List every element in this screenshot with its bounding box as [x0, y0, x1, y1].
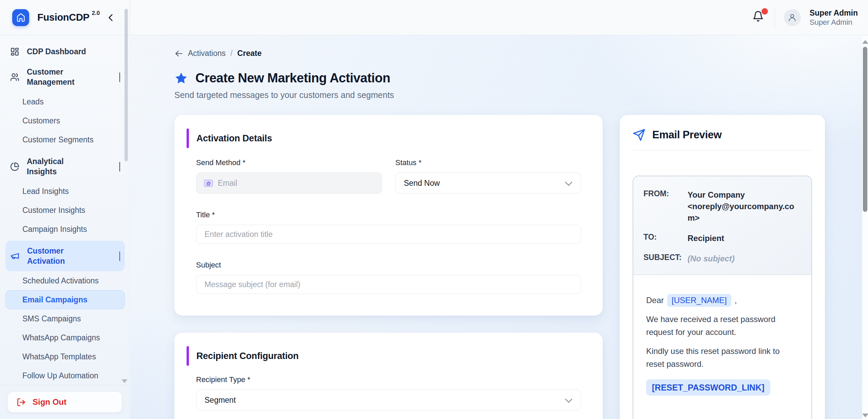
page-scrollbar [862, 36, 868, 419]
email-body: Dear [USER_NAME] , We have received a re… [633, 275, 811, 416]
card-heading-row: Activation Details [187, 128, 581, 148]
sidebar-item-campaign-insights[interactable]: Campaign Insights [5, 220, 125, 239]
subject-label: Subject [196, 261, 581, 270]
sidebar-subitem-label: Customer Insights [22, 205, 85, 215]
sidebar-item-follow-up-automation[interactable]: Follow Up Automation [5, 366, 125, 385]
page-scrollbar-thumb[interactable] [863, 47, 867, 212]
send-method-value: Email [218, 179, 237, 188]
megaphone-icon [10, 251, 20, 261]
star-icon [174, 72, 188, 85]
sidebar-subitem-label: SMS Campaigns [22, 314, 81, 324]
recipient-type-field: Recipient Type * Segment [196, 375, 581, 411]
send-method-input: @ Email [196, 173, 382, 194]
breadcrumb-separator: / [230, 49, 232, 58]
to-label: TO: [643, 233, 685, 244]
email-greeting: Dear [USER_NAME] , [646, 294, 798, 307]
sidebar-scrollbar-thumb[interactable] [124, 9, 128, 161]
form-column: Activation Details Send Method * @ Email [174, 115, 603, 419]
notifications-button[interactable] [752, 10, 766, 25]
email-emoji-icon: @ [204, 180, 213, 187]
recipient-type-label: Recipient Type * [196, 375, 581, 384]
user-info[interactable]: Super Admin Super Admin [810, 8, 858, 27]
sidebar-item-customer-management[interactable]: Customer Management [5, 62, 125, 92]
chevron-left-icon [107, 14, 114, 21]
to-value: Recipient [688, 233, 801, 244]
page-subtitle: Send targeted messages to your customers… [174, 90, 868, 100]
sign-out-label: Sign Out [33, 397, 66, 407]
sidebar-item-label: Customer Management [27, 67, 93, 87]
purple-accent-bar [187, 128, 189, 148]
user-name: Super Admin [810, 8, 858, 18]
send-method-label: Send Method * [196, 158, 382, 167]
send-method-field: Send Method * @ Email [196, 158, 382, 194]
sidebar-item-label: Analytical Insights [27, 156, 93, 177]
subject-meta-label: SUBJECT: [643, 253, 685, 264]
sidebar-item-label: CDP Dashboard [27, 46, 86, 57]
user-name-token: [USER_NAME] [667, 294, 731, 307]
breadcrumb: Activations / Create [174, 49, 868, 58]
chevron-down-icon [565, 179, 572, 186]
email-preview-heading: Email Preview [652, 129, 722, 141]
sidebar-item-sms-campaigns[interactable]: SMS Campaigns [5, 309, 125, 328]
sign-out-button[interactable]: Sign Out [7, 392, 122, 413]
sidebar-item-analytical-insights[interactable]: Analytical Insights [5, 151, 125, 182]
main-content: Activations / Create Create New Marketin… [130, 35, 868, 419]
subject-meta-value: (No subject) [688, 253, 801, 264]
recipient-type-select[interactable]: Segment [196, 390, 581, 411]
app-name: FusionCDP [37, 12, 90, 23]
status-field: Status * Send Now [396, 158, 581, 194]
sidebar-item-customer-insights[interactable]: Customer Insights [5, 201, 125, 220]
sidebar-item-email-campaigns[interactable]: Email Campaigns [5, 290, 125, 309]
from-value: Your Company <noreply@yourcompany.com> [688, 189, 801, 224]
sidebar-item-leads[interactable]: Leads [5, 92, 125, 111]
email-preview-card: Email Preview FROM: Your Company <norepl… [620, 115, 825, 419]
sidebar-item-customers[interactable]: Customers [5, 111, 125, 130]
avatar[interactable] [784, 9, 801, 26]
page-title-row: Create New Marketing Activation [174, 71, 868, 85]
user-icon [788, 13, 797, 22]
sidebar-subitem-label: Scheduled Activations [22, 276, 99, 286]
recipient-configuration-card: Recipient Configuration Recipient Type *… [174, 333, 603, 419]
sidebar-collapse-button[interactable] [107, 14, 114, 21]
app-version: 2.0 [92, 10, 100, 17]
email-meta: FROM: Your Company <noreply@yourcompany.… [633, 176, 811, 275]
user-role: Super Admin [810, 18, 858, 27]
status-label: Status * [396, 158, 581, 167]
sidebar-subitem-label: Leads [22, 97, 44, 107]
scroll-down-arrow[interactable] [862, 414, 868, 417]
notification-dot [761, 8, 768, 15]
sidebar-subitem-label: Follow Up Automation [22, 371, 98, 381]
app-logo[interactable] [12, 9, 29, 26]
sidebar-item-lead-insights[interactable]: Lead Insights [5, 182, 125, 201]
sidebar-nav: CDP Dashboard Customer Management Leads … [0, 35, 130, 385]
sidebar-item-whatsapp-campaigns[interactable]: WhatsApp Campaigns [5, 328, 125, 347]
sidebar-item-customer-segments[interactable]: Customer Segments [5, 130, 125, 149]
status-value: Send Now [404, 179, 440, 188]
sidebar-item-whatsapp-templates[interactable]: WhatsApp Templates [5, 347, 125, 366]
sidebar-item-customer-activation[interactable]: Customer Activation [5, 241, 125, 271]
greeting-prefix: Dear [646, 294, 664, 307]
sidebar-scroll-down-arrow[interactable] [121, 379, 128, 383]
home-icon [16, 13, 25, 22]
title-label: Title * [196, 211, 581, 219]
sidebar-subitem-label: Customers [22, 116, 60, 126]
status-select[interactable]: Send Now [396, 173, 581, 194]
subject-input[interactable] [196, 275, 581, 294]
chevron-up-icon [119, 161, 120, 172]
subject-field: Subject [196, 261, 581, 294]
email-preview-heading-row: Email Preview [633, 128, 812, 141]
sidebar-item-scheduled-activations[interactable]: Scheduled Activations [5, 271, 125, 290]
page-title: Create New Marketing Activation [195, 71, 390, 85]
back-arrow-icon[interactable] [174, 50, 183, 57]
email-body-line1: We have received a reset password reques… [646, 313, 798, 339]
title-input[interactable] [196, 225, 581, 244]
scroll-up-arrow[interactable] [862, 40, 868, 44]
sidebar-item-label: Customer Activation [27, 246, 93, 266]
sidebar: FusionCDP 2.0 CDP Dashboard Customer Man… [0, 0, 130, 419]
sidebar-subitem-label: Email Campaigns [22, 295, 88, 305]
sidebar-subitem-label: Lead Insights [22, 186, 69, 196]
sidebar-subitem-label: Campaign Insights [22, 224, 87, 234]
sidebar-item-cdp-dashboard[interactable]: CDP Dashboard [5, 41, 125, 62]
dashboard-grid-icon [10, 47, 19, 56]
breadcrumb-parent[interactable]: Activations [188, 49, 226, 58]
